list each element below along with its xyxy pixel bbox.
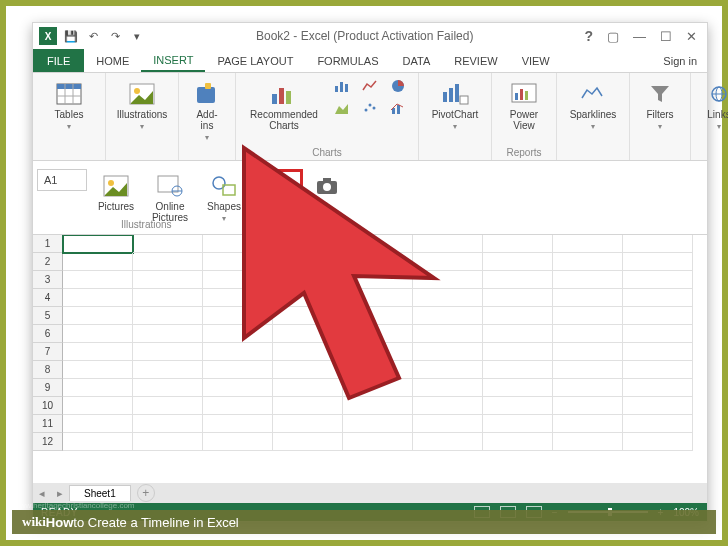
cell[interactable] [623, 343, 693, 361]
cell[interactable] [273, 343, 343, 361]
cell[interactable] [623, 307, 693, 325]
cell[interactable] [133, 325, 203, 343]
scatter-chart-icon[interactable] [360, 99, 380, 117]
tab-insert[interactable]: INSERT [141, 49, 205, 72]
cell[interactable] [343, 361, 413, 379]
cell[interactable] [343, 307, 413, 325]
cell[interactable] [63, 361, 133, 379]
cell[interactable] [63, 379, 133, 397]
cell[interactable] [133, 289, 203, 307]
cell[interactable] [553, 289, 623, 307]
cell-A1[interactable] [63, 235, 133, 253]
cell[interactable] [413, 271, 483, 289]
row-header[interactable]: 12 [33, 433, 63, 451]
cell[interactable] [413, 289, 483, 307]
smartart-button[interactable]: SmartArt [253, 169, 303, 218]
sheet-tab-sheet1[interactable]: Sheet1 [69, 485, 131, 501]
cell[interactable] [623, 361, 693, 379]
close-icon[interactable]: ✕ [686, 29, 697, 44]
cell[interactable] [413, 253, 483, 271]
cell[interactable] [483, 397, 553, 415]
cell[interactable] [553, 271, 623, 289]
cell[interactable] [623, 271, 693, 289]
cell[interactable] [413, 361, 483, 379]
cell[interactable] [63, 343, 133, 361]
cell[interactable] [63, 271, 133, 289]
cell[interactable] [273, 379, 343, 397]
cell[interactable] [413, 307, 483, 325]
cell[interactable] [413, 235, 483, 253]
cell[interactable] [553, 343, 623, 361]
cell[interactable] [483, 271, 553, 289]
filters-button[interactable]: Filters ▾ [638, 77, 682, 132]
save-icon[interactable]: 💾 [63, 28, 79, 44]
cell[interactable] [133, 379, 203, 397]
cell[interactable] [203, 325, 273, 343]
tab-formulas[interactable]: FORMULAS [305, 49, 390, 72]
area-chart-icon[interactable] [332, 99, 352, 117]
tab-view[interactable]: VIEW [510, 49, 562, 72]
cell[interactable] [343, 289, 413, 307]
cell[interactable] [483, 307, 553, 325]
cell[interactable] [343, 433, 413, 451]
cell[interactable] [553, 397, 623, 415]
sign-in-link[interactable]: Sign in [653, 49, 707, 72]
cell[interactable] [343, 253, 413, 271]
cell[interactable] [133, 271, 203, 289]
cell[interactable] [343, 343, 413, 361]
addins-button[interactable]: Add- ins ▾ [187, 77, 227, 143]
cell[interactable] [483, 361, 553, 379]
cell[interactable] [483, 235, 553, 253]
tab-data[interactable]: DATA [391, 49, 443, 72]
cell[interactable] [133, 307, 203, 325]
shapes-button[interactable]: Shapes ▾ [199, 169, 249, 224]
pictures-button[interactable]: Pictures [91, 169, 141, 212]
row-header[interactable]: 5 [33, 307, 63, 325]
cell[interactable] [623, 253, 693, 271]
cell[interactable] [343, 235, 413, 253]
line-chart-icon[interactable] [360, 77, 380, 95]
cell[interactable] [203, 343, 273, 361]
row-header[interactable]: 4 [33, 289, 63, 307]
cell[interactable] [273, 235, 343, 253]
online-pictures-button[interactable]: Online Pictures [145, 169, 195, 223]
cell[interactable] [133, 235, 203, 253]
undo-icon[interactable]: ↶ [85, 28, 101, 44]
cell[interactable] [203, 433, 273, 451]
cell[interactable] [203, 235, 273, 253]
cell[interactable] [553, 379, 623, 397]
cell[interactable] [623, 433, 693, 451]
cell[interactable] [63, 415, 133, 433]
add-sheet-button[interactable]: + [137, 484, 155, 502]
cell[interactable] [273, 253, 343, 271]
cell[interactable] [483, 253, 553, 271]
cell[interactable] [63, 253, 133, 271]
cell[interactable] [483, 379, 553, 397]
cell[interactable] [553, 307, 623, 325]
cell[interactable] [413, 325, 483, 343]
row-header[interactable]: 8 [33, 361, 63, 379]
name-box[interactable] [37, 169, 87, 191]
cell[interactable] [203, 253, 273, 271]
cell[interactable] [553, 235, 623, 253]
cells[interactable] [63, 235, 707, 483]
cell[interactable] [553, 433, 623, 451]
recommended-charts-button[interactable]: Recommended Charts [244, 77, 324, 131]
minimize-icon[interactable]: — [633, 29, 646, 44]
cell[interactable] [623, 235, 693, 253]
cell[interactable] [483, 325, 553, 343]
cell[interactable] [553, 415, 623, 433]
sparklines-button[interactable]: Sparklines ▾ [565, 77, 621, 132]
cell[interactable] [623, 397, 693, 415]
tab-review[interactable]: REVIEW [442, 49, 509, 72]
cell[interactable] [413, 415, 483, 433]
cell[interactable] [413, 397, 483, 415]
spreadsheet-grid[interactable]: 1 2 3 4 5 6 7 8 9 10 11 12 [33, 235, 707, 483]
maximize-icon[interactable]: ☐ [660, 29, 672, 44]
cell[interactable] [273, 361, 343, 379]
screenshot-button[interactable]: + [307, 169, 347, 211]
cell[interactable] [553, 325, 623, 343]
cell[interactable] [203, 271, 273, 289]
illustrations-button[interactable]: Illustrations ▾ [114, 77, 170, 132]
cell[interactable] [553, 253, 623, 271]
